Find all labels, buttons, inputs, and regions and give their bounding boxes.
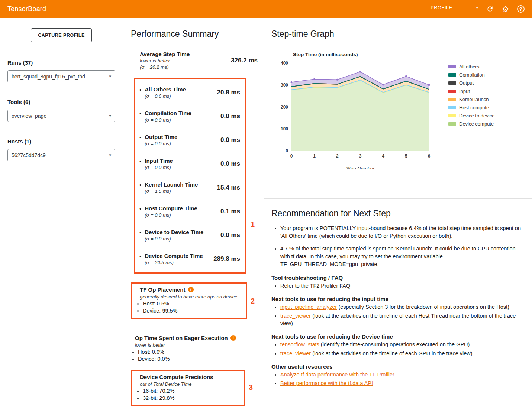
chevron-down-icon: ▾ [109,153,111,158]
legend-item: Device to device [448,113,494,119]
metric-sigma: (σ = 0.0 ms) [145,141,177,146]
faq-list: Refer to the TF2 Profiler FAQ [271,282,523,289]
tfdata-performance-link[interactable]: Analyze tf.data performance with the TF … [280,372,394,378]
svg-text:300: 300 [281,82,288,88]
legend-label: Kernel launch [459,97,489,102]
svg-text:0: 0 [286,148,288,153]
capture-profile-button[interactable]: CAPTURE PROFILE [31,28,92,42]
trace-viewer-link[interactable]: trace_viewer [280,313,311,319]
metric-sigma: (σ = 0.0 ms) [145,212,197,218]
svg-text:1: 1 [313,153,316,159]
link-description: (look at the activities on the timeline … [280,313,516,326]
hosts-select[interactable]: 5627c5dd7dc9 ▾ [7,149,115,161]
legend-item: Host compute [448,105,494,110]
chevron-down-icon: ▾ [109,113,111,118]
step-time-chart-svg: 01002003004000123456Step Number [274,57,434,169]
precisions-list: 16-bit: 70.2% 32-bit: 29.8% [136,388,240,401]
chart-title: Step Time (in milliseconds) [293,52,532,57]
step-time-graph-section: Step-time Graph Step Time (in millisecon… [264,18,532,199]
device-tools-list: tensorflow_stats (identify the time-cons… [271,341,523,357]
bullet: • [139,205,141,213]
link-description: (identify the time-consuming operations … [319,342,470,347]
legend-item: Compilation [448,72,494,78]
tfdata-api-link[interactable]: Better performance with the tf.data API [280,380,373,386]
metric-value: 0.0 ms [220,136,240,144]
input-tools-header: Next tools to use for reducing the input… [271,296,523,302]
metric-name: Output Time [145,134,177,140]
metric-note: lower is better [140,58,190,64]
tools-select-value: overview_page [12,113,46,119]
device-compute-precisions-box: Device Compute Precisions out of Total D… [131,370,245,406]
step-time-breakdown-box: • All Others Time (σ = 0.6 ms) 20.8 ms •… [134,78,246,274]
average-step-time-row: Average Step Time lower is better (σ = 2… [140,51,258,70]
legend-swatch [448,98,456,101]
legend-item: Output [448,80,494,86]
section-label: Device Compute Precisions [140,374,213,380]
legend-label: Output [459,80,474,86]
dashboard-selector[interactable]: PROFILE ▾ [431,5,478,13]
runs-label: Runs (37) [7,59,115,66]
metric-name: Device Compute Time [145,253,203,259]
tf-op-placement-list: Host: 0.5% Device: 99.5% [136,301,242,314]
tf-op-placement-note: generally desired to have more ops on de… [136,294,242,300]
svg-text:4: 4 [382,153,384,159]
faq-header: Tool troubleshooting / FAQ [271,275,523,281]
metric-name: Average Step Time [140,51,190,57]
legend-label: Device compute [459,121,494,127]
svg-text:100: 100 [281,126,288,132]
metric-sigma: (σ = 0.6 ms) [145,93,186,99]
svg-text:5: 5 [405,153,407,159]
metric-row: • Compilation Time (σ = 0.0 ms) 0.0 ms [139,104,240,128]
performance-summary-title: Performance Summary [131,29,264,39]
legend-swatch [448,106,456,109]
annotation-number-1: 1 [251,220,255,229]
metric-row: • Device to Device Time (σ = 0.0 ms) 0.0… [139,223,240,247]
eager-execution-title: Op Time Spent on Eager Execution i [131,335,241,341]
runs-select[interactable]: bert_squad_8gpu_fp16_pvt_thd ▾ [7,70,115,82]
metric-name: Input Time [145,158,173,164]
tools-label: Tools (6) [7,99,115,105]
link-description: (look at the activities on the timeline … [311,350,472,356]
info-icon[interactable]: i [188,287,194,292]
gear-icon[interactable]: ⚙ [502,5,509,13]
bullet: • [139,229,141,236]
metric-sigma: (σ = 0.0 ms) [145,236,203,242]
recommendation-bullet: Your program is POTENTIALLY input-bound … [280,224,523,240]
legend-swatch [448,114,456,117]
device-tools-header: Next tools to use for reducing the Devic… [271,333,523,340]
svg-text:2: 2 [336,153,339,159]
tensorflow-stats-link[interactable]: tensorflow_stats [280,342,319,347]
legend-swatch [448,90,456,93]
legend-item: All others [448,64,494,69]
precisions-title: Device Compute Precisions [136,374,240,380]
refresh-icon[interactable] [486,5,494,13]
metric-sigma: (σ = 20.2 ms) [140,64,190,70]
info-icon[interactable]: i [230,335,236,341]
tf-op-placement-title: TF Op Placement i [136,287,242,293]
metric-value: 0.0 ms [220,113,240,120]
trace-viewer-link[interactable]: trace_viewer [280,350,311,356]
metric-name: Host Compute Time [145,205,197,211]
bullet: • [139,110,141,117]
bullet: • [139,158,141,165]
svg-text:0: 0 [290,153,293,159]
list-item: Analyze tf.data performance with the TF … [280,371,523,378]
metric-value: 0.1 ms [220,208,240,215]
legend-swatch [448,73,456,77]
legend-item: Device compute [448,121,494,127]
step-time-graph-title: Step-time Graph [271,29,532,39]
metric-name: All Others Time [145,86,186,93]
hosts-select-value: 5627c5dd7dc9 [12,152,46,158]
input-pipeline-analyzer-link[interactable]: input_pipeline_analyzer [280,304,337,310]
help-icon[interactable]: ? [517,5,525,13]
recommendation-section: Recommendation for Next Step Your progra… [264,199,532,411]
metric-row: • Output Time (σ = 0.0 ms) 0.0 ms [139,128,240,152]
svg-text:Step Number: Step Number [346,166,375,169]
runs-select-value: bert_squad_8gpu_fp16_pvt_thd [12,74,85,80]
chevron-down-icon: ▾ [109,74,111,79]
metric-value: 0.0 ms [220,232,240,239]
list-item: Device: 0.0% [138,356,241,362]
metric-sigma: (σ = 1.5 ms) [145,188,198,194]
tools-select[interactable]: overview_page ▾ [7,110,115,122]
metric-value: 289.8 ms [213,255,240,263]
